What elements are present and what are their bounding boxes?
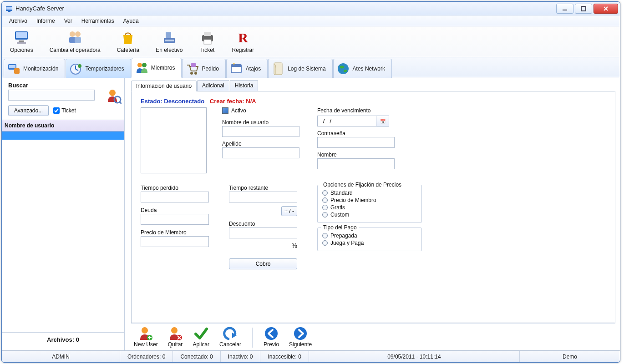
tab-ates-network[interactable]: Ates Network [333,59,392,78]
ticket-checkbox-input[interactable] [53,107,60,114]
paytype-prepaid[interactable]: Prepagada [322,233,416,239]
search-user-icon [106,88,122,104]
svg-rect-1 [6,7,12,10]
calendar-icon[interactable]: 📅 [376,116,389,126]
menu-informe[interactable]: Informe [32,16,60,25]
plusminus-button[interactable]: + / - [281,206,297,216]
pricing-custom[interactable]: Custom [322,212,416,218]
lastname-input[interactable] [222,147,299,158]
memberprice-input[interactable] [141,236,209,247]
ticket-checkbox[interactable]: Ticket [53,107,76,114]
create-date-value: N/A [246,98,256,105]
user-list-row-selected[interactable] [2,131,124,140]
debt-input[interactable] [141,214,209,225]
action-cancel[interactable]: Cancelar [219,326,241,348]
actions-divider [252,328,253,348]
app-window: HandyCafe Server Archivo Informe Ver Her… [1,1,620,363]
pricing-member-label: Precio de Miembro [330,197,376,203]
action-prev[interactable]: Previo [264,326,279,348]
password-label: Contraseña [317,130,397,136]
radio-bullet [322,240,328,246]
menu-archivo[interactable]: Archivo [5,16,32,25]
status-value: Desconectado [164,98,204,105]
timeleft-label: Tiempo restante [229,185,297,191]
menu-ayuda[interactable]: Ayuda [119,16,143,25]
nav-tabs: Monitorización Temporizadores Miembros P… [2,57,620,77]
itab-adicional[interactable]: Adicional [197,80,229,91]
pricing-gratis[interactable]: Gratis [322,204,416,211]
menu-ver[interactable]: Ver [60,16,77,25]
charge-button[interactable]: Cobro [229,258,297,269]
active-checkbox[interactable]: Activo [222,107,302,114]
svg-point-34 [109,90,116,96]
firstname-input[interactable] [317,158,395,169]
password-input[interactable] [317,137,395,148]
status-user: ADMIN [2,351,120,362]
username-input[interactable] [222,126,299,137]
minimize-button[interactable] [556,4,573,14]
close-button[interactable] [594,4,618,14]
lastname-label: Apellido [222,141,302,147]
memberprice-label: Precio de Miembro [141,229,209,236]
svg-rect-18 [204,40,211,44]
toolbar-ticket-label: Ticket [200,47,215,53]
status-datetime: 09/05/2011 - 10:11:14 [309,351,520,362]
tab-miembros[interactable]: Miembros [132,58,182,78]
expiry-input[interactable] [317,116,376,126]
toolbar-cash[interactable]: En efectivo [154,29,184,54]
action-new-user[interactable]: New User [134,326,158,348]
user-photo-box[interactable] [141,107,207,173]
action-next[interactable]: Siguiente [289,326,312,348]
tab-atajos[interactable]: Atajos [226,59,268,78]
members-icon [135,61,148,75]
timelost-input[interactable] [141,192,209,202]
toolbar-options-label: Opciones [10,47,33,53]
svg-rect-22 [14,68,20,74]
status-unreach: Inaccesible: 0 [260,351,309,362]
svg-point-27 [190,72,193,75]
toolbar-options[interactable]: Opciones [8,29,35,54]
action-remove-label: Quitar [168,341,183,348]
tab-temporizadores[interactable]: Temporizadores [66,59,131,78]
discount-input[interactable] [229,228,297,238]
search-label: Buscar [8,82,120,89]
maximize-button[interactable] [575,4,592,14]
action-remove[interactable]: Quitar [168,326,183,348]
tab-monitorizacion[interactable]: Monitorización [4,59,65,78]
itab-historia[interactable]: Historia [230,80,259,91]
toolbar-operator[interactable]: Cambia el operadora [48,29,102,54]
radio-bullet [322,197,328,203]
active-checkbox-box[interactable] [222,107,228,114]
toolbar-ticket[interactable]: Ticket [198,29,218,54]
status-label: Estado: Desconectado [141,98,206,105]
advanced-button[interactable]: Avanzado... [8,105,49,116]
fields-col-2: Fecha de vencimiento 📅 Contraseña Nombre [317,107,397,169]
paytype-playpay[interactable]: Juega y Paga [322,240,416,246]
status-connected: Conectado: 0 [173,351,220,362]
tab-log-sistema-label: Log de Sistema [288,66,325,72]
tab-log-sistema[interactable]: Log de Sistema [268,59,332,78]
tab-pedido[interactable]: Pedido [182,59,225,78]
search-input[interactable] [8,90,95,101]
tab-miembros-label: Miembros [151,65,175,71]
globe-icon [336,62,350,76]
statusbar: ADMIN Ordenadores: 0 Conectado: 0 Inacti… [2,350,620,362]
cart-icon [185,62,199,76]
toolbar-register[interactable]: R Registrar [230,29,256,54]
pricing-member[interactable]: Precio de Miembro [322,197,416,203]
svg-rect-7 [19,40,24,42]
user-list-header[interactable]: Nombre de usuario [2,120,124,131]
timeleft-input[interactable] [229,192,297,202]
menu-herramientas[interactable]: Herramientas [77,16,119,25]
status-computers: Ordenadores: 0 [120,351,173,362]
ticket-checkbox-label: Ticket [61,107,76,114]
right-panel: Información de usuario Adicional Histori… [125,77,620,350]
action-apply[interactable]: Aplicar [193,326,209,348]
action-new-user-label: New User [134,341,158,348]
toolbar-cafeteria[interactable]: Cafetería [115,29,141,54]
discount-label: Descuento [229,221,297,227]
itab-info[interactable]: Información de usuario [131,81,197,91]
left-panel: Buscar Avanzado... Ticket Nombre de usua… [2,77,125,350]
pricing-standard[interactable]: Standard [322,190,416,196]
payment-type-group: Tipo del Pago Prepagada Juega y Paga [317,228,422,251]
